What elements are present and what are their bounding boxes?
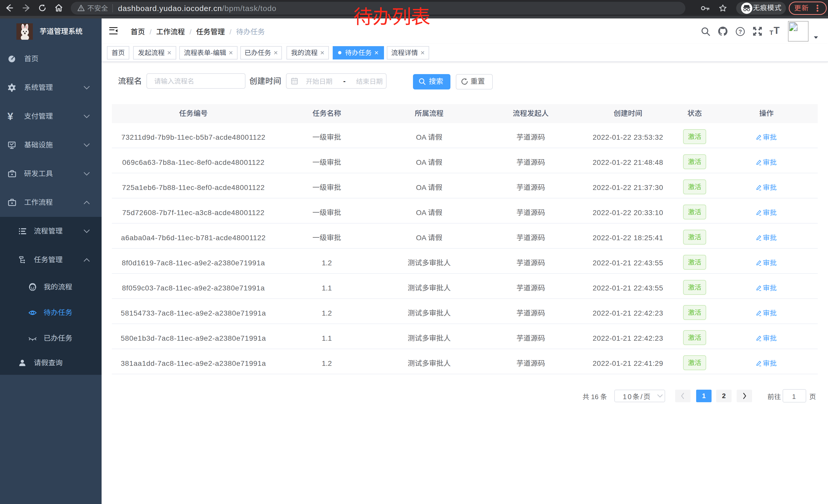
svg-text:?: ?: [739, 29, 742, 35]
